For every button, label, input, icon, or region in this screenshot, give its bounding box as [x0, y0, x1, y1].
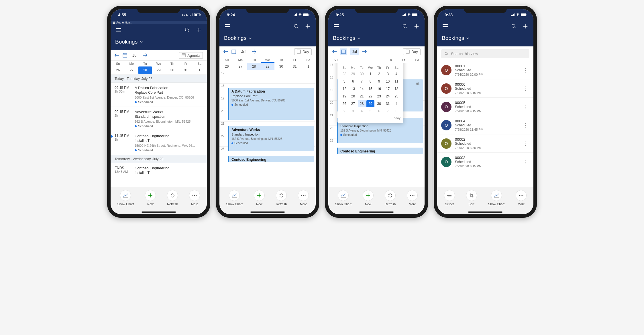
agenda-item-current[interactable]: 11:45 PM 1h Contoso Engineering Install …	[111, 131, 207, 155]
search-button[interactable]	[293, 23, 300, 30]
month-label[interactable]: Jul	[239, 48, 248, 55]
calendar-day[interactable]: 8	[392, 108, 400, 115]
calendar-day[interactable]: 3	[349, 108, 357, 115]
calendar-day[interactable]: 4	[392, 70, 400, 77]
refresh-button[interactable]: Refresh	[167, 190, 178, 206]
prev-arrow-icon[interactable]	[223, 50, 228, 54]
list-item[interactable]: O00003Scheduled7/29/2020 6:15 PM⋮	[437, 153, 533, 171]
list-item[interactable]: O00002Scheduled7/29/2020 3:30 PM⋮	[437, 134, 533, 153]
prev-arrow-icon[interactable]	[332, 50, 337, 54]
page-title[interactable]: Bookings	[219, 32, 316, 46]
row-more-button[interactable]: ⋮	[522, 104, 529, 110]
view-mode-selector[interactable]: Day	[403, 48, 421, 55]
show-chart-button[interactable]: Show Chart	[117, 190, 133, 206]
sort-button[interactable]: Sort	[466, 190, 477, 206]
list-item[interactable]: O00005Scheduled7/28/2020 9:15 PM⋮	[437, 98, 533, 116]
add-button[interactable]	[195, 27, 202, 34]
list-item[interactable]: O00004Scheduled7/28/2020 11:45 PM⋮	[437, 116, 533, 134]
calendar-day[interactable]: 16	[375, 85, 383, 92]
calendar-day[interactable]: 31	[384, 100, 392, 107]
menu-button[interactable]	[333, 23, 340, 30]
row-more-button[interactable]: ⋮	[522, 159, 529, 165]
agenda-item[interactable]: 06:15 PM 2h 30m A Datum Fabrication Repl…	[111, 83, 207, 107]
calendar-day[interactable]: 17	[384, 85, 392, 92]
calendar-day[interactable]: 26	[340, 100, 348, 107]
event-block[interactable]: Adventure Works Standard Inspection 162 …	[228, 126, 314, 151]
date-cell[interactable]: 27	[125, 66, 138, 74]
calendar-day[interactable]: 3	[384, 70, 392, 77]
search-button[interactable]	[402, 23, 409, 30]
calendar-day[interactable]: 21	[358, 93, 366, 100]
month-label[interactable]: Jul	[350, 48, 359, 55]
date-cell[interactable]: 30	[274, 63, 288, 70]
day-timeline[interactable]: 17 18 19 20 21 22 23 06 Adventure Works …	[328, 63, 425, 187]
calendar-day[interactable]: 1	[392, 100, 400, 107]
refresh-button[interactable]: Refresh	[385, 190, 396, 206]
more-button[interactable]: More	[189, 190, 200, 206]
date-cell-selected[interactable]: 28	[138, 66, 152, 74]
home-indicator[interactable]	[250, 211, 285, 213]
more-button[interactable]: More	[298, 190, 309, 206]
next-arrow-icon[interactable]	[143, 53, 147, 57]
add-button[interactable]	[522, 23, 529, 30]
calendar-day[interactable]: 11	[392, 78, 400, 85]
home-indicator[interactable]	[468, 211, 502, 213]
mini-calendar[interactable]: SuMoTuWeThFrSa28293012345678910111213141…	[340, 65, 400, 115]
calendar-day[interactable]: 8	[366, 78, 374, 85]
page-title[interactable]: Bookings	[328, 32, 425, 46]
calendar-day[interactable]: 27	[349, 100, 357, 107]
calendar-day[interactable]: 14	[358, 85, 366, 92]
list-item[interactable]: O00006Scheduled7/28/2020 6:15 PM⋮	[437, 79, 533, 98]
day-timeline[interactable]: 17 18 19 20 21 22 23 A Datum Fabrication…	[219, 71, 316, 187]
calendar-day[interactable]: 2	[340, 108, 348, 115]
calendar-day[interactable]: 30	[358, 70, 366, 77]
date-cell[interactable]: 27	[233, 63, 247, 70]
calendar-day[interactable]: 12	[340, 85, 348, 92]
date-cell[interactable]: 1	[193, 66, 206, 74]
date-cell[interactable]: 1	[302, 63, 315, 70]
calendar-day[interactable]: 28	[340, 70, 348, 77]
show-chart-button[interactable]: Show Chart	[335, 190, 351, 206]
list-item[interactable]: O00001Scheduled7/24/2020 10:00 PM⋮	[437, 61, 533, 79]
home-indicator[interactable]	[359, 211, 394, 213]
next-arrow-icon[interactable]	[362, 50, 367, 54]
calendar-day[interactable]: 13	[349, 85, 357, 92]
calendar-day[interactable]: 18	[392, 85, 400, 92]
menu-button[interactable]	[224, 23, 231, 30]
agenda-item[interactable]: 09:15 PM 2h Adventure Works Standard Ins…	[111, 107, 207, 131]
date-cell[interactable]: 26	[220, 63, 233, 70]
calendar-day[interactable]: 5	[340, 78, 348, 85]
calendar-day[interactable]: 23	[375, 93, 383, 100]
calendar-day[interactable]: 5	[366, 108, 374, 115]
calendar-day[interactable]: 6	[349, 78, 357, 85]
row-more-button[interactable]: ⋮	[522, 122, 529, 128]
date-cell[interactable]: 31	[179, 66, 193, 74]
show-chart-button[interactable]: Show Chart	[488, 190, 504, 206]
calendar-day[interactable]: 6	[375, 108, 383, 115]
select-button[interactable]: Select	[444, 190, 455, 206]
calendar-day[interactable]: 20	[349, 93, 357, 100]
calendar-day[interactable]: 7	[358, 78, 366, 85]
calendar-day[interactable]: 22	[366, 93, 374, 100]
home-indicator[interactable]	[142, 211, 176, 213]
new-button[interactable]: New	[363, 190, 374, 206]
show-chart-button[interactable]: Show Chart	[226, 190, 242, 206]
month-picker-popup[interactable]: July 2020 SuMoTuWeThFrSa2829301234567891…	[337, 63, 403, 123]
menu-button[interactable]	[115, 27, 122, 34]
month-label[interactable]: Jul	[131, 52, 139, 59]
date-cell[interactable]: 29	[261, 63, 274, 70]
calendar-day[interactable]: 28	[358, 100, 366, 107]
new-button[interactable]: New	[145, 190, 156, 206]
new-button[interactable]: New	[254, 190, 265, 206]
calendar-day[interactable]: 1	[366, 70, 374, 77]
calendar-day[interactable]: 4	[358, 108, 366, 115]
date-cell[interactable]: 28	[247, 63, 261, 70]
calendar-day[interactable]: 29	[366, 100, 374, 107]
search-button[interactable]	[184, 27, 191, 34]
calendar-day[interactable]: 24	[384, 93, 392, 100]
more-button[interactable]: More	[407, 190, 418, 206]
date-cell[interactable]: 31	[288, 63, 301, 70]
search-input[interactable]: Search this view	[441, 49, 529, 58]
event-block[interactable]: A Datum Fabrication Replace Core Part 30…	[228, 88, 314, 120]
more-button[interactable]: More	[516, 190, 527, 206]
